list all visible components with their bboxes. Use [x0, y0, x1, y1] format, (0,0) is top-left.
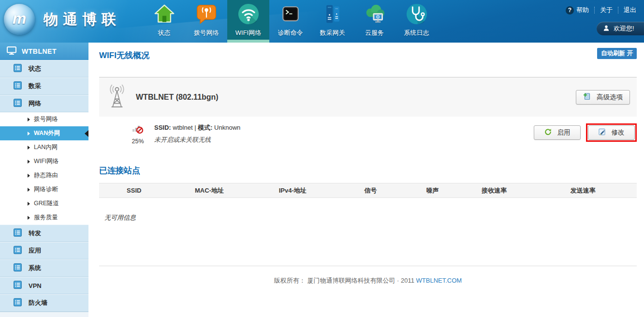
nav-item-cloud-service[interactable]: 云服务 — [353, 0, 395, 43]
nav-item-system-log[interactable]: 系统日志 — [395, 0, 438, 43]
ssid-label: SSID: — [154, 124, 171, 131]
globe-logo-icon: m — [4, 4, 35, 35]
list-icon — [14, 246, 22, 256]
modify-button[interactable]: 修改 — [588, 125, 635, 140]
column-signal: 信号 — [336, 183, 406, 198]
ssid-line: SSID: wtblnet | 模式: Unknown — [154, 123, 240, 132]
table-header-row: SSID MAC-地址 IPv4-地址 信号 噪声 接收速率 发送速率 — [99, 183, 637, 198]
sidebar-item-wifi-network[interactable]: WIFI网络 — [0, 154, 88, 168]
column-noise: 噪声 — [406, 183, 459, 198]
list-icon — [14, 64, 22, 74]
help-link[interactable]: 帮助 — [576, 6, 589, 15]
signal-strength-block: 25% — [127, 122, 148, 145]
sidebar-item-network-diagnostics[interactable]: 网络诊断 — [0, 182, 88, 196]
sidebar-item-applications[interactable]: 应用 — [0, 242, 88, 259]
nav-item-dialup-network[interactable]: 拨号网络 — [185, 0, 227, 43]
page-title: WIFI无线概况 — [99, 50, 637, 61]
sidebar-item-status[interactable]: 状态 — [0, 60, 88, 77]
edit-icon — [599, 128, 606, 137]
sidebar-menu: WTBLNET 状态 数采 网络 拨号网络 WAN外网 LAN内网 — [0, 43, 88, 317]
advanced-options-button[interactable]: 高级选项 — [576, 90, 630, 105]
sidebar-item-qos[interactable]: 服务质量 — [0, 211, 88, 225]
sidebar-item-forwarding[interactable]: 转发 — [0, 225, 88, 242]
column-ipv4-address: IPv4-地址 — [249, 183, 336, 198]
welcome-user-button[interactable]: 欢迎您! — [597, 22, 644, 35]
sidebar-item-vpn[interactable]: VPN — [0, 277, 88, 294]
dialup-icon — [195, 2, 218, 26]
signal-percent: 25% — [132, 138, 144, 145]
wifi-action-buttons: 启用 修改 — [534, 123, 637, 142]
about-link[interactable]: 关于 — [600, 6, 613, 15]
logo-letter: m — [13, 10, 26, 28]
connected-stations-title: 已连接站点 — [99, 165, 637, 176]
sidebar-item-wan[interactable]: WAN外网 — [0, 126, 88, 140]
user-icon — [603, 25, 610, 33]
footer: 版权所有： 厦门物通博联网络科技有限公司 · 2011 WTBLNET.COM — [99, 266, 637, 285]
footer-link[interactable]: WTBLNET.COM — [416, 277, 462, 284]
column-ssid: SSID — [99, 183, 169, 198]
list-icon — [14, 281, 22, 291]
sidebar-item-data-collection[interactable]: 数采 — [0, 77, 88, 95]
connected-stations-table: SSID MAC-地址 IPv4-地址 信号 噪声 接收速率 发送速率 — [99, 183, 637, 198]
sidebar-next-row-partial — [0, 312, 88, 317]
logout-link[interactable]: 退出 — [624, 6, 636, 15]
add-page-icon — [583, 92, 591, 102]
arrow-right-icon — [28, 188, 30, 192]
terminal-icon — [279, 2, 302, 26]
signal-disabled-icon — [132, 122, 144, 136]
monitor-icon — [7, 46, 16, 57]
sidebar-item-system[interactable]: 系统 — [0, 259, 88, 277]
column-mac-address: MAC-地址 — [169, 183, 250, 198]
wifi-status-row: 25% SSID: wtblnet | 模式: Unknown 未开启或未关联无… — [99, 117, 637, 151]
sidebar-item-lan[interactable]: LAN内网 — [0, 140, 88, 154]
arrow-right-icon — [28, 174, 30, 178]
sidebar-device-name: WTBLNET — [22, 47, 57, 55]
link-divider — [594, 7, 595, 14]
list-icon — [14, 81, 22, 91]
list-icon — [14, 263, 22, 273]
link-divider — [618, 7, 618, 14]
enable-label: 启用 — [557, 128, 571, 137]
nav-item-wifi-network[interactable]: WIFI网络 — [227, 0, 269, 43]
advanced-options-label: 高级选项 — [597, 93, 623, 102]
sidebar-item-network[interactable]: 网络 — [0, 95, 88, 112]
sidebar-item-firewall[interactable]: 防火墙 — [0, 294, 88, 312]
arrow-right-icon — [28, 216, 30, 220]
wifi-network-name: WTBLNET (802.11bgn) — [136, 93, 219, 102]
list-icon — [14, 228, 22, 239]
top-navigation: 状态 拨号网络 — [143, 0, 438, 43]
brand-name: 物通博联 — [44, 10, 121, 30]
question-icon: ? — [566, 6, 574, 15]
ssid-value: wtblnet — [173, 124, 192, 131]
ssid-info: SSID: wtblnet | 模式: Unknown 未开启或未关联无线 — [154, 122, 240, 144]
auto-refresh-toggle[interactable]: 自动刷新 开 — [597, 48, 637, 59]
top-header-bar: m 物通博联 状态 — [0, 0, 644, 43]
copyright-text: 版权所有： 厦门物通博联网络科技有限公司 · 2011 — [274, 277, 414, 284]
arrow-right-icon — [28, 118, 30, 121]
arrow-right-icon — [28, 146, 30, 150]
wifi-overview-panel: WTBLNET (802.11bgn) 高级选项 — [99, 77, 637, 117]
wifi-status-text: 未开启或未关联无线 — [154, 136, 240, 144]
column-tx-rate: 发送速率 — [529, 183, 637, 198]
mode-value: Unknown — [214, 124, 240, 131]
antenna-icon — [107, 84, 127, 110]
arrow-right-icon — [28, 202, 30, 206]
sidebar-item-gre-tunnel[interactable]: GRE隧道 — [0, 196, 88, 211]
cloud-icon — [363, 2, 386, 26]
nav-item-data-gateway[interactable]: 数采网关 — [311, 0, 353, 43]
sidebar-item-static-route[interactable]: 静态路由 — [0, 168, 88, 182]
nav-item-diagnostic-command[interactable]: 诊断命令 — [269, 0, 311, 43]
server-icon — [321, 2, 344, 26]
arrow-right-icon — [28, 160, 30, 164]
router-admin-screen: m 物通博联 状态 — [0, 0, 644, 317]
top-utility-links: ? 帮助 关于 退出 — [566, 6, 636, 15]
refresh-icon — [544, 128, 552, 137]
modify-button-highlight: 修改 — [586, 123, 637, 142]
enable-button[interactable]: 启用 — [534, 125, 581, 140]
sidebar-item-dialup-network[interactable]: 拨号网络 — [0, 112, 88, 126]
nav-item-status[interactable]: 状态 — [143, 0, 185, 43]
main-content: WIFI无线概况 自动刷新 开 WTBLNET (802.11bgn) — [88, 43, 644, 317]
wifi-icon — [237, 2, 260, 26]
ssid-divider: | — [194, 124, 196, 131]
selected-notch-icon — [85, 130, 88, 137]
